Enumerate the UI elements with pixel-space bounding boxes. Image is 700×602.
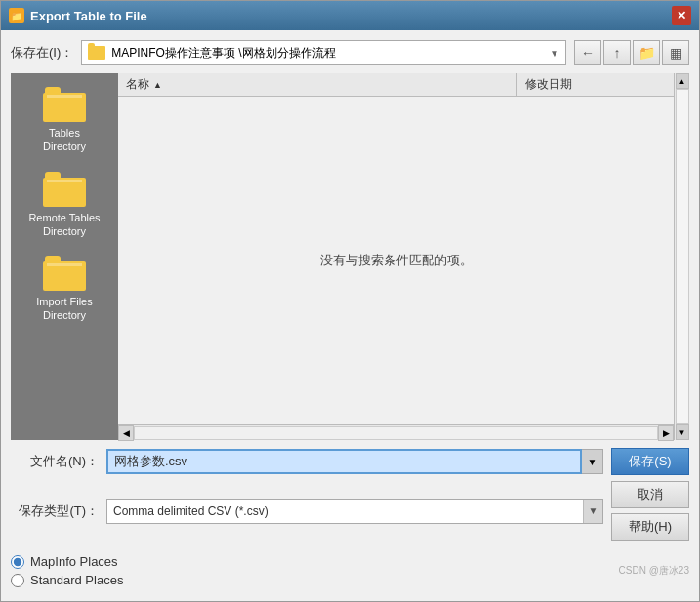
location-dropdown-arrow: ▼ [550, 48, 559, 59]
sidebar-label-import-files-directory: Import FilesDirectory [36, 295, 92, 323]
dialog-body: 保存在(I)： MAPINFO操作注意事项 \网格划分操作流程 ▼ ← ↑ 📁 … [1, 30, 699, 601]
standard-places-label: Standard Places [30, 573, 123, 587]
file-main: 名称 ▲ 修改日期 没有与搜索条件匹配的项。 ◀ ▶ [118, 73, 674, 440]
save-button[interactable]: 保存(S) [611, 448, 689, 475]
form-area: 文件名(N)： ▼ 保存(S) 保存类型(T)： Comma delimi [11, 448, 689, 541]
radio-group: MapInfo Places Standard Places [11, 554, 123, 587]
savetype-dropdown-container: Comma delimited CSV (*.csv) ▼ [106, 499, 603, 524]
sidebar-item-remote-tables-directory[interactable]: Remote TablesDirectory [16, 168, 113, 243]
savetype-label: 保存类型(T)： [11, 502, 99, 520]
filename-label: 文件名(N)： [11, 453, 99, 470]
savetype-dropdown[interactable]: Comma delimited CSV (*.csv) ▼ [106, 499, 603, 524]
col-date-label: 修改日期 [525, 76, 572, 93]
savetype-value: Comma delimited CSV (*.csv) [113, 504, 268, 518]
new-folder-button[interactable]: 📁 [633, 40, 660, 65]
v-scroll-down-btn[interactable]: ▼ [676, 424, 689, 440]
remote-tables-directory-icon [43, 172, 86, 207]
title-bar: 📁 Export Table to File ✕ [1, 1, 699, 30]
standard-places-radio[interactable] [11, 574, 24, 587]
cancel-help-buttons: 取消 帮助(H) [611, 481, 689, 541]
dialog-icon: 📁 [9, 8, 24, 23]
file-list-body: 没有与搜索条件匹配的项。 [118, 97, 674, 424]
file-list-header: 名称 ▲ 修改日期 [118, 73, 674, 97]
file-list-area: 名称 ▲ 修改日期 没有与搜索条件匹配的项。 ◀ ▶ [118, 73, 689, 440]
nav-buttons: ← ↑ 📁 ▦ [574, 40, 689, 65]
savetype-input-row: 保存类型(T)： Comma delimited CSV (*.csv) ▼ [11, 499, 603, 524]
horizontal-scrollbar[interactable]: ◀ ▶ [118, 424, 674, 440]
view-button[interactable]: ▦ [662, 40, 689, 65]
vertical-scrollbar[interactable]: ▲ ▼ [674, 73, 689, 440]
title-bar-left: 📁 Export Table to File [9, 8, 147, 23]
mapinfo-places-label: MapInfo Places [30, 554, 118, 569]
cancel-button[interactable]: 取消 [611, 481, 689, 508]
filename-input[interactable] [106, 449, 582, 474]
sidebar-label-remote-tables-directory: Remote TablesDirectory [28, 211, 100, 239]
col-date-header[interactable]: 修改日期 [517, 73, 674, 96]
col-name-label: 名称 [126, 76, 149, 93]
location-label: 保存在(I)： [11, 44, 73, 61]
v-scroll-up-btn[interactable]: ▲ [676, 73, 689, 89]
bottom-right: CSDN @唐冰23 [139, 564, 689, 578]
h-scroll-right-btn[interactable]: ▶ [658, 425, 674, 441]
back-button[interactable]: ← [574, 40, 601, 65]
mapinfo-places-radio[interactable] [11, 555, 24, 569]
empty-message: 没有与搜索条件匹配的项。 [320, 252, 473, 269]
location-folder-icon [88, 46, 105, 60]
filename-dropdown-arrow[interactable]: ▼ [582, 449, 603, 474]
bottom-section: MapInfo Places Standard Places CSDN @唐冰2… [11, 548, 689, 591]
tables-directory-icon [43, 87, 86, 122]
export-dialog: 📁 Export Table to File ✕ 保存在(I)： MAPINFO… [0, 0, 700, 602]
standard-places-radio-item[interactable]: Standard Places [11, 573, 123, 587]
savetype-dropdown-arrow[interactable]: ▼ [583, 500, 602, 523]
filename-input-container: ▼ [106, 449, 603, 474]
sidebar-label-tables-directory: TablesDirectory [43, 126, 86, 154]
location-bar: 保存在(I)： MAPINFO操作注意事项 \网格划分操作流程 ▼ ← ↑ 📁 … [11, 40, 689, 65]
mapinfo-places-radio-item[interactable]: MapInfo Places [11, 554, 123, 569]
up-button[interactable]: ↑ [603, 40, 631, 65]
main-content: TablesDirectory Remote TablesDirectory [11, 73, 689, 440]
dialog-title: Export Table to File [30, 9, 147, 23]
h-scroll-left-btn[interactable]: ◀ [118, 425, 134, 441]
help-button[interactable]: 帮助(H) [611, 513, 689, 541]
sidebar-item-tables-directory[interactable]: TablesDirectory [16, 83, 113, 158]
v-scroll-track[interactable] [676, 89, 689, 424]
watermark: CSDN @唐冰23 [619, 564, 689, 578]
sort-arrow: ▲ [153, 80, 162, 90]
import-files-directory-icon [43, 256, 86, 291]
col-name-header[interactable]: 名称 ▲ [118, 73, 517, 96]
filename-row: 文件名(N)： ▼ 保存(S) [11, 448, 689, 475]
h-scroll-track[interactable] [134, 426, 658, 440]
savetype-row: 保存类型(T)： Comma delimited CSV (*.csv) ▼ 取… [11, 481, 689, 541]
sidebar: TablesDirectory Remote TablesDirectory [11, 73, 118, 440]
filename-input-row: 文件名(N)： ▼ [11, 449, 603, 474]
location-text: MAPINFO操作注意事项 \网格划分操作流程 [111, 45, 544, 61]
save-button-container: 保存(S) [611, 448, 689, 475]
close-button[interactable]: ✕ [672, 6, 691, 25]
sidebar-item-import-files-directory[interactable]: Import FilesDirectory [16, 252, 113, 327]
location-dropdown[interactable]: MAPINFO操作注意事项 \网格划分操作流程 ▼ [81, 40, 566, 65]
